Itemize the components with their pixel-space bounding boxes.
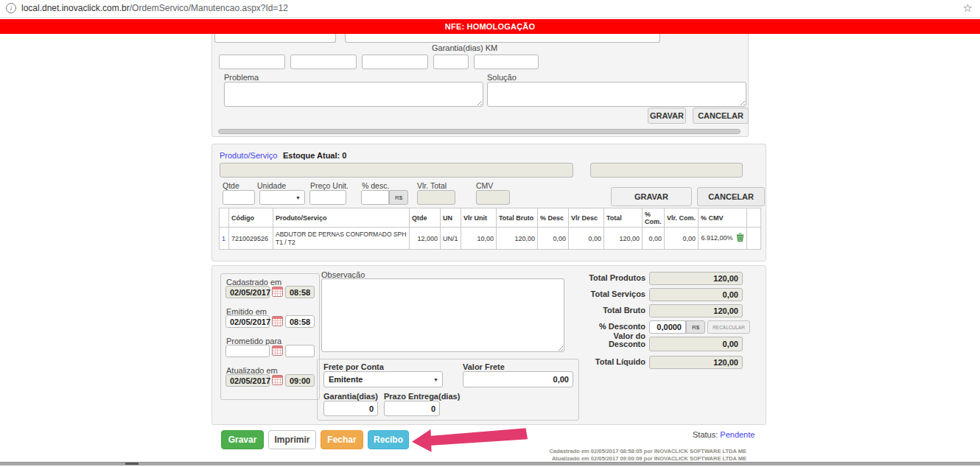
fechar-button[interactable]: Fechar xyxy=(321,430,363,449)
browser-window: i local.dnet.inovaclick.com.br/OrdemServ… xyxy=(0,0,980,467)
problema-textarea[interactable] xyxy=(224,82,483,107)
imprimir-button[interactable]: Imprimir xyxy=(268,430,316,449)
address-bar[interactable]: local.dnet.inovaclick.com.br/OrdemServic… xyxy=(21,3,288,13)
bookmark-star-icon[interactable]: ☆ xyxy=(963,1,973,15)
solucao-textarea[interactable] xyxy=(487,82,746,107)
product-section-panel: Produto/Serviço Estoque Atual: 0 Qtde Un… xyxy=(211,144,766,261)
browser-url-bar: i local.dnet.inovaclick.com.br/OrdemServ… xyxy=(0,0,980,18)
cadastrado-date-input: 02/05/2017 xyxy=(225,286,270,298)
cell-perc-desc: 0,00 xyxy=(538,228,569,250)
product-gravar-button[interactable]: GRAVAR xyxy=(611,187,692,206)
frete-por-conta-label: Frete por Conta xyxy=(323,362,384,371)
prazo-entrega-label: Prazo Entrega(dias) xyxy=(384,392,460,401)
rs-toggle-button[interactable]: R$ xyxy=(389,190,408,205)
vlr-total-label: Vlr. Total xyxy=(417,181,447,190)
items-table: Código Produto/Serviço Qtde UN Vlr Unit … xyxy=(219,208,761,250)
perc-desc-input[interactable] xyxy=(361,190,389,205)
cmv-input xyxy=(476,190,510,205)
recalcular-button[interactable]: RECALCULAR xyxy=(707,320,750,334)
horizontal-scrollbar[interactable] xyxy=(218,129,741,134)
garantia-dias-input[interactable]: 0 xyxy=(323,401,378,416)
cell-un: UN/1 xyxy=(441,228,461,250)
status-label: Status: xyxy=(693,430,718,439)
col-vlr-com: Vlr. Com. xyxy=(665,208,699,228)
form-field-cutoff-2[interactable] xyxy=(345,34,660,43)
page-info-icon[interactable]: i xyxy=(6,3,16,13)
qtde-input[interactable] xyxy=(223,190,255,205)
col-vlr-desc: Vlr Desc xyxy=(569,208,604,228)
service-field-3[interactable] xyxy=(362,55,428,69)
annotation-arrow xyxy=(410,424,529,454)
cell-total-bruto: 120,00 xyxy=(497,228,538,250)
product-cancelar-button[interactable]: CANCELAR xyxy=(697,187,765,206)
service-cancelar-button[interactable]: CANCELAR xyxy=(693,108,749,124)
observacao-textarea[interactable] xyxy=(321,278,564,352)
frete-box: Frete por Conta Emitente ▼ Valor Frete 0… xyxy=(317,359,579,421)
prometido-date-input[interactable] xyxy=(225,345,270,357)
service-gravar-button[interactable]: GRAVAR xyxy=(648,108,686,124)
vlr-total-input xyxy=(417,190,455,205)
emitido-date-input[interactable]: 02/05/2017 xyxy=(225,315,270,328)
atualizado-time-input: 09:00 xyxy=(285,374,315,387)
cell-codigo: 7210029526 xyxy=(229,228,273,250)
total-servicos-label: Total Serviços xyxy=(551,289,645,298)
frete-por-conta-value: Emitente xyxy=(324,375,363,384)
total-bruto-value: 120,00 xyxy=(649,304,743,317)
cell-perc-cmv: 6.912,00% xyxy=(699,228,747,250)
status-pendente-link[interactable]: Pendente xyxy=(720,430,755,439)
calendar-icon[interactable] xyxy=(272,287,283,297)
calendar-icon[interactable] xyxy=(272,316,283,326)
solucao-label: Solução xyxy=(487,73,517,82)
calendar-icon[interactable] xyxy=(272,345,283,356)
total-bruto-label: Total Bruto xyxy=(551,306,645,315)
service-form-panel: Garantia(dias) KM Problema Solução GRAVA… xyxy=(211,34,749,137)
col-perc-cmv: % CMV xyxy=(699,208,747,228)
col-total-bruto: Total Bruto xyxy=(497,208,538,228)
cell-actions xyxy=(747,228,761,250)
cell-perc-com: 0,00 xyxy=(643,228,665,250)
audit-cadastrado-line: Cadastrado em 02/05/2017 08:58:05 por IN… xyxy=(550,448,746,455)
resize-handle-icon[interactable] xyxy=(556,344,563,351)
total-servicos-value: 0,00 xyxy=(649,288,743,301)
service-field-2[interactable] xyxy=(290,55,357,69)
prometido-time-input[interactable] xyxy=(285,345,315,357)
emitido-time-input[interactable]: 08:58 xyxy=(285,315,315,328)
cadastrado-time-input: 08:58 xyxy=(285,286,315,298)
garantia-km-labels: Garantia(dias) KM xyxy=(432,43,497,52)
preco-unit-input[interactable] xyxy=(309,190,346,205)
gravar-button[interactable]: Gravar xyxy=(221,430,264,449)
preco-unit-label: Preço Unit. xyxy=(310,181,349,190)
produto-servico-link[interactable]: Produto/Serviço xyxy=(220,151,277,160)
unidade-select[interactable]: ▼ xyxy=(259,190,305,205)
perc-desconto-input[interactable]: 0,0000 xyxy=(649,320,686,334)
form-field-cutoff-1[interactable] xyxy=(214,34,336,43)
unidade-label: Unidade xyxy=(257,181,286,190)
row-number: 1 xyxy=(220,228,229,250)
produto-search-field xyxy=(220,163,573,178)
garantia-dias-label: Garantia(dias) xyxy=(323,392,378,401)
delete-item-icon[interactable] xyxy=(736,233,744,244)
cell-vlr-desc: 0,00 xyxy=(569,228,604,250)
recibo-button[interactable]: Recibo xyxy=(368,430,409,449)
problema-label: Problema xyxy=(224,73,259,82)
cmv-label: CMV xyxy=(476,181,493,190)
valor-frete-input[interactable]: 0,00 xyxy=(463,371,573,387)
url-domain: local.dnet.inovaclick.com.br xyxy=(21,3,130,13)
qtde-label: Qtde xyxy=(223,181,239,190)
col-produto: Produto/Serviço xyxy=(273,208,410,228)
valor-desconto-value: 0,00 xyxy=(649,337,743,351)
prazo-entrega-input[interactable]: 0 xyxy=(384,401,440,416)
cell-produto: ABDUTOR DE PERNAS CONFORMADO SPH T1 / T2 xyxy=(273,228,410,250)
status-line: Status: Pendente xyxy=(693,430,755,439)
calendar-icon[interactable] xyxy=(272,375,283,385)
resize-handle-icon[interactable] xyxy=(475,99,482,105)
resize-handle-icon[interactable] xyxy=(738,99,745,105)
garantia-dias-field[interactable] xyxy=(433,55,469,69)
service-field-1[interactable] xyxy=(219,55,285,69)
frete-por-conta-select[interactable]: Emitente ▼ xyxy=(323,371,443,387)
desconto-rs-toggle-button[interactable]: R$ xyxy=(686,320,705,334)
km-field[interactable] xyxy=(474,55,539,69)
atualizado-date-input: 02/05/2017 xyxy=(225,374,270,387)
cell-vlr-com: 0,00 xyxy=(665,228,699,250)
total-liquido-value: 120,00 xyxy=(649,356,743,369)
